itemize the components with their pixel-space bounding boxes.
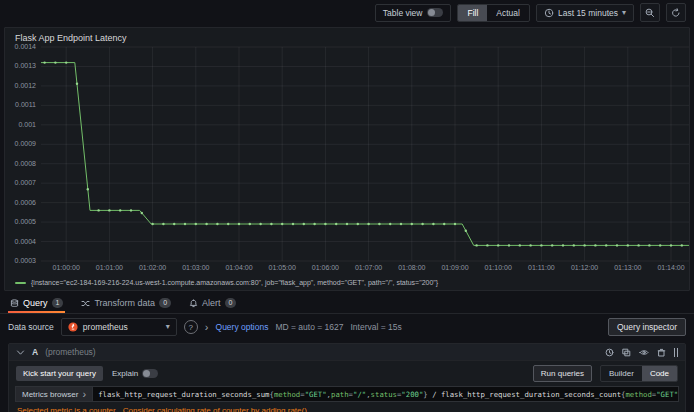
explain-label: Explain	[112, 369, 138, 378]
time-range-label: Last 15 minutes	[558, 8, 618, 18]
table-view-toggle-group[interactable]: Table view	[375, 4, 452, 22]
x-tick-label: 01:04:00	[222, 264, 256, 271]
fill-button[interactable]: Fill	[458, 5, 487, 21]
tab-alert-label: Alert	[202, 298, 221, 308]
clock-icon	[544, 8, 554, 18]
latency-panel: Flask App Endpoint Latency 0.00140.00130…	[4, 27, 690, 291]
chevron-down-icon[interactable]	[16, 348, 25, 357]
expression-token: "200"	[401, 390, 423, 399]
refresh-icon	[671, 8, 681, 18]
interval-summary: Interval = 15s	[350, 322, 401, 332]
y-tick-label: 0.0004	[15, 238, 36, 245]
query-expression[interactable]: flask_http_request_duration_seconds_sum{…	[92, 386, 679, 402]
x-tick-label: 01:12:00	[568, 264, 602, 271]
query-toolbar-right: Run queries Builder Code	[533, 365, 678, 382]
legend-series-marker	[15, 282, 26, 284]
chevron-right-icon: ›	[82, 390, 86, 398]
trash-icon[interactable]	[657, 348, 666, 357]
y-tick-label: 0.0007	[15, 179, 36, 186]
x-tick-label: 01:06:00	[308, 264, 342, 271]
query-row-actions	[605, 348, 678, 357]
zoom-out-button[interactable]	[640, 3, 660, 22]
explain-toggle-group: Explain	[112, 369, 158, 378]
x-tick-label: 01:01:00	[92, 264, 126, 271]
expression-token: method	[625, 390, 651, 399]
duplicate-icon[interactable]	[622, 348, 631, 357]
query-editor-row: Metrics browser › flask_http_request_dur…	[15, 386, 679, 402]
table-view-switch[interactable]	[427, 8, 443, 17]
warning-text: Selected metric is a counter.	[17, 406, 118, 412]
tab-transform-label: Transform data	[94, 298, 155, 308]
database-icon	[10, 299, 19, 308]
help-icon[interactable]: ?	[184, 320, 198, 334]
x-tick-label: 01:00:00	[49, 264, 83, 271]
counter-warning: Selected metric is a counter. Consider c…	[9, 404, 685, 412]
tab-alert[interactable]: Alert 0	[189, 293, 236, 313]
y-tick-label: 0.001	[18, 121, 36, 128]
bell-icon	[189, 299, 198, 308]
code-button[interactable]: Code	[642, 366, 677, 381]
datasource-label: Data source	[8, 322, 54, 332]
x-tick-label: 01:02:00	[136, 264, 170, 271]
y-tick-label: 0.0006	[15, 199, 36, 206]
eye-icon[interactable]	[639, 348, 649, 357]
tab-alert-badge: 0	[225, 298, 237, 308]
datasource-picker[interactable]: prometheus ▾	[61, 318, 177, 336]
datasource-row: Data source prometheus ▾ ? › Query optio…	[0, 314, 694, 340]
run-queries-button[interactable]: Run queries	[533, 365, 592, 382]
editor-tabs: Query 1 Transform data 0 Alert 0	[0, 293, 694, 314]
chart-svg[interactable]	[41, 45, 689, 263]
chevron-down-icon: ▾	[166, 325, 170, 329]
x-tick-label: 01:10:00	[481, 264, 515, 271]
query-options-toggle[interactable]: Query options	[216, 322, 269, 332]
tab-transform-badge: 0	[159, 298, 171, 308]
kick-start-query-button[interactable]: Kick start your query	[16, 366, 103, 381]
tab-query-badge: 1	[52, 298, 64, 308]
max-data-points-summary: MD = auto = 1627	[275, 322, 343, 332]
expression-token: /	[428, 390, 441, 399]
y-tick-label: 0.0009	[15, 140, 36, 147]
refresh-button[interactable]	[666, 3, 686, 22]
expression-token: "/"	[353, 390, 366, 399]
x-tick-label: 01:14:00	[654, 264, 688, 271]
tab-query-label: Query	[23, 298, 48, 308]
x-tick-label: 01:03:00	[179, 264, 213, 271]
legend-series-label[interactable]: {instance="ec2-184-169-216-224.us-west-1…	[31, 279, 438, 286]
x-tick-label: 01:11:00	[524, 264, 558, 271]
time-range-picker[interactable]: Last 15 minutes ▾	[536, 4, 634, 22]
chart-legend: {instance="ec2-184-169-216-224.us-west-1…	[5, 277, 689, 290]
actual-button[interactable]: Actual	[487, 5, 529, 21]
drag-handle-icon[interactable]	[674, 348, 678, 357]
chevron-down-icon: ▾	[622, 11, 626, 15]
y-tick-label: 0.0008	[15, 160, 36, 167]
panel-title: Flask App Endpoint Latency	[5, 28, 689, 45]
y-tick-label: 0.0012	[15, 82, 36, 89]
builder-code-group: Builder Code	[600, 365, 678, 382]
expression-token: method	[274, 390, 300, 399]
chevron-right-icon[interactable]: ›	[205, 323, 209, 331]
x-tick-label: 01:08:00	[395, 264, 429, 271]
x-tick-label: 01:05:00	[265, 264, 299, 271]
expression-token: status	[371, 390, 397, 399]
builder-button[interactable]: Builder	[601, 366, 642, 381]
top-toolbar: Table view Fill Actual Last 15 minutes ▾	[0, 0, 694, 25]
y-tick-label: 0.0011	[15, 101, 36, 108]
query-inspector-button[interactable]: Query inspector	[608, 318, 686, 336]
expression-token: path	[331, 390, 349, 399]
prometheus-icon	[68, 322, 78, 332]
y-tick-label: 0.0005	[15, 218, 36, 225]
tab-transform[interactable]: Transform data 0	[81, 293, 171, 313]
datasource-name: prometheus	[83, 322, 161, 332]
history-icon[interactable]	[605, 348, 614, 357]
x-tick-label: 01:13:00	[611, 264, 645, 271]
expression-token: "GET"	[656, 390, 678, 399]
x-tick-label: 01:09:00	[438, 264, 472, 271]
metrics-browser-button[interactable]: Metrics browser ›	[15, 386, 92, 402]
x-tick-label: 01:07:00	[352, 264, 386, 271]
table-view-label: Table view	[383, 8, 423, 18]
tab-query[interactable]: Query 1	[10, 293, 63, 313]
query-toolbar: Kick start your query Explain Run querie…	[9, 361, 685, 386]
warning-rate-link[interactable]: Consider calculating rate of counter by …	[123, 406, 309, 412]
expression-token: "GET"	[305, 390, 327, 399]
explain-switch[interactable]	[142, 369, 158, 378]
